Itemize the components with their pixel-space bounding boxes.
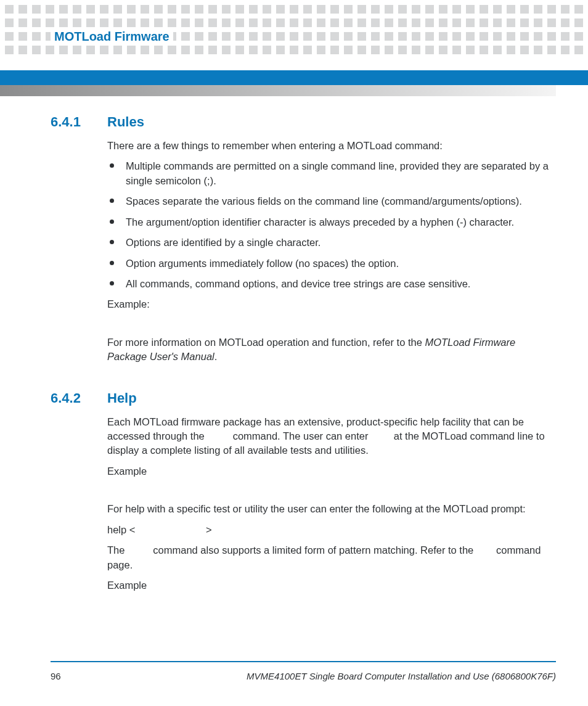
section-body-help: Each MOTLoad firmware package has an ext… xyxy=(107,415,556,593)
help-pattern-text: The command also supports a limited form… xyxy=(107,543,556,572)
header-pattern xyxy=(5,5,583,53)
section-heading-help: 6.4.2 Help xyxy=(51,390,556,406)
page-number: 96 xyxy=(51,671,61,681)
list-item: Spaces separate the various fields on th… xyxy=(107,194,556,208)
list-item: All commands, command options, and devic… xyxy=(107,277,556,291)
section-title: Rules xyxy=(107,114,144,130)
section-number: 6.4.1 xyxy=(51,114,90,130)
rules-list: Multiple commands are permitted on a sin… xyxy=(107,159,556,291)
document-title: MVME4100ET Single Board Computer Install… xyxy=(247,671,556,681)
section-heading-rules: 6.4.1 Rules xyxy=(51,114,556,130)
list-item: Options are identified by a single chara… xyxy=(107,236,556,250)
header-gradient-bar xyxy=(0,85,556,96)
list-item: Option arguments immediately follow (no … xyxy=(107,257,556,271)
footer-rule xyxy=(51,661,556,662)
section-number: 6.4.2 xyxy=(51,390,90,406)
header-blue-bar xyxy=(0,70,588,85)
content-area: 6.4.1 Rules There are a few things to re… xyxy=(51,114,556,647)
list-item: Multiple commands are permitted on a sin… xyxy=(107,159,556,188)
intro-text: There are a few things to remember when … xyxy=(107,139,556,153)
help-intro: Each MOTLoad firmware package has an ext… xyxy=(107,415,556,458)
footer: 96 MVME4100ET Single Board Computer Inst… xyxy=(51,661,556,681)
list-item: The argument/option identifier character… xyxy=(107,215,556,229)
section-body-rules: There are a few things to remember when … xyxy=(107,139,556,364)
example-label: Example xyxy=(107,464,556,478)
more-info-text: For more information on MOTLoad operatio… xyxy=(107,335,556,364)
section-title: Help xyxy=(107,390,137,406)
help-prompt-text: For help with a specific test or utility… xyxy=(107,502,556,516)
example-label: Example: xyxy=(107,297,556,311)
header-title: MOTLoad Firmware xyxy=(51,30,173,44)
example-label: Example xyxy=(107,578,556,593)
help-command-line: help < > xyxy=(107,523,556,537)
